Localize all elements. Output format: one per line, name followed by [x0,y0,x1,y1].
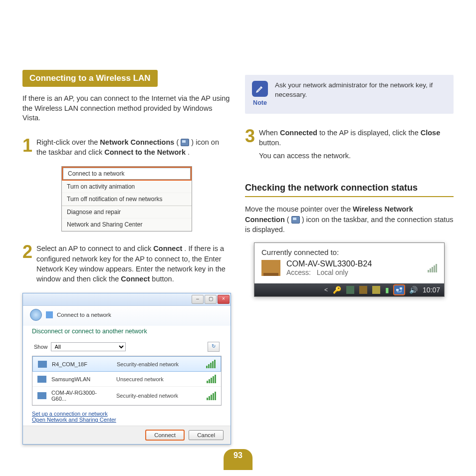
network-row[interactable]: COM-AV-RG3000-G60... Security-enabled ne… [32,387,221,405]
connection-tooltip-screenshot: Currently connected to: COM-AV-SWL3300-B… [254,242,445,297]
check-status-paragraph: Move the mouse pointer over the Wireless… [245,204,454,235]
text: to the AP is displayed, click the [319,129,421,137]
network-connections-icon [181,139,189,146]
dialog-links: Set up a connection or network Open Netw… [23,406,231,426]
network-name: SamsungWLAN [51,376,111,382]
taskbar: < 🔑 ▮ 🔊 10:07 [254,283,444,296]
signal-icon [207,392,216,400]
cancel-button[interactable]: Cancel [189,430,224,440]
svg-rect-0 [396,289,399,291]
subsection-heading: Checking the network connection status [245,183,454,193]
text: Move the mouse pointer over the [245,205,353,213]
text: button. [152,275,174,283]
refresh-button[interactable]: ↻ [208,342,220,352]
menu-item[interactable]: Diagnose and repair [62,206,192,219]
step-number: 3 [245,128,255,164]
step-1: 1 Right-click over the Network Connectio… [22,137,231,161]
note-box: Note Ask your network administrator for … [245,75,454,114]
step-body: Right-click over the Network Connections… [36,137,231,161]
signal-icon [206,360,216,368]
show-select[interactable]: All [51,342,126,351]
minimize-button[interactable]: – [192,295,204,304]
signal-icon [428,264,437,272]
label: Access: [286,268,311,276]
network-security: Unsecured network [116,376,202,382]
bold-text: Connect [121,275,150,283]
step-number: 2 [22,243,32,287]
computer-icon [38,361,47,368]
bench-icon [261,260,280,276]
note-text: Ask your network administrator for the n… [275,81,447,108]
section-title: Connecting to a Wireless LAN [22,70,158,87]
tooltip-header: Currently connected to: [254,243,444,257]
left-column: Connecting to a Wireless LAN If there is… [22,25,231,445]
show-label: Show [34,344,48,350]
gold-divider [245,196,454,197]
menu-item-connect-to-network[interactable]: Connect to a network [62,167,192,181]
menu-item[interactable]: Turn on activity animation [62,181,192,193]
bold-text: Close [421,129,441,137]
signal-icon [207,375,216,383]
tray-icon[interactable] [372,286,380,294]
text: When [259,129,280,137]
dialog-title: Connect to a network [57,312,111,318]
computer-icon [37,392,46,399]
step-number: 1 [22,137,32,161]
bold-text: Network Connections [100,138,174,146]
value: Local only [317,268,348,276]
text: You can access the network. [259,151,454,161]
network-security: Security-enabled network [116,393,202,399]
menu-item[interactable]: Turn off notification of new networks [62,193,192,206]
tooltip-network-name: COM-AV-SWL3300-B24 [286,259,422,268]
battery-icon[interactable]: ▮ [385,286,389,294]
network-list: R4_COM_18F Security-enabled network Sams… [32,356,222,406]
context-menu-screenshot: Connect to a network Turn on activity an… [61,166,192,232]
volume-icon[interactable]: 🔊 [409,286,418,294]
step-body: Select an AP to connect to and click Con… [36,243,231,287]
bold-text: Connected [280,129,317,137]
tray-icon[interactable] [346,286,354,294]
pencil-icon [252,81,268,97]
network-security: Security-enabled network [117,361,201,367]
step-2: 2 Select an AP to connect to and click C… [22,243,231,287]
key-icon[interactable]: 🔑 [333,286,341,294]
connect-network-dialog: – ▢ × Connect to a network Disconnect or… [22,293,231,445]
text: . [188,148,190,156]
taskbar-clock: 10:07 [423,286,440,294]
wireless-connection-icon [291,216,300,224]
network-row[interactable]: R4_COM_18F Security-enabled network [32,356,221,372]
bold-text: Connect to the Network [104,148,186,156]
menu-item[interactable]: Network and Sharing Center [62,219,192,231]
right-column: Note Ask your network administrator for … [245,25,454,445]
tray-icon[interactable] [359,286,367,294]
network-name: COM-AV-RG3000-G60... [51,390,111,402]
text: ( [176,138,179,146]
tooltip-row: COM-AV-SWL3300-B24 Access: Local only [254,257,444,283]
open-network-center-link[interactable]: Open Network and Sharing Center [32,417,222,423]
text: ( [287,216,289,224]
text: Select an AP to connect to and click [36,244,153,252]
setup-connection-link[interactable]: Set up a connection or network [32,411,222,417]
network-name: R4_COM_18F [52,361,112,367]
step-body: When Connected to the AP is displayed, c… [259,128,454,164]
note-icon-column: Note [252,81,268,108]
dialog-footer: Connect Cancel [23,426,231,444]
network-row[interactable]: SamsungWLAN Unsecured network [32,372,221,387]
back-icon[interactable] [30,309,42,321]
maximize-button[interactable]: ▢ [205,295,217,304]
tooltip-access: Access: Local only [286,268,422,276]
network-tray-icon[interactable] [394,285,404,294]
text: button. [259,139,281,147]
chevron-icon[interactable]: < [324,286,328,293]
intro-text: If there is an AP, you can connect to th… [22,94,231,123]
dialog-header: Connect to a network [23,306,231,326]
bold-text: Connect [153,244,182,252]
connect-button[interactable]: Connect [146,430,184,440]
step-3: 3 When Connected to the AP is displayed,… [245,128,454,164]
text: Right-click over the [36,138,100,146]
page-number: 93 [224,449,252,470]
note-label: Note [252,99,268,108]
show-filter-row: Show All ↻ [23,341,231,356]
close-button[interactable]: × [218,295,230,304]
dialog-subheader: Disconnect or connect to another network [23,326,231,341]
